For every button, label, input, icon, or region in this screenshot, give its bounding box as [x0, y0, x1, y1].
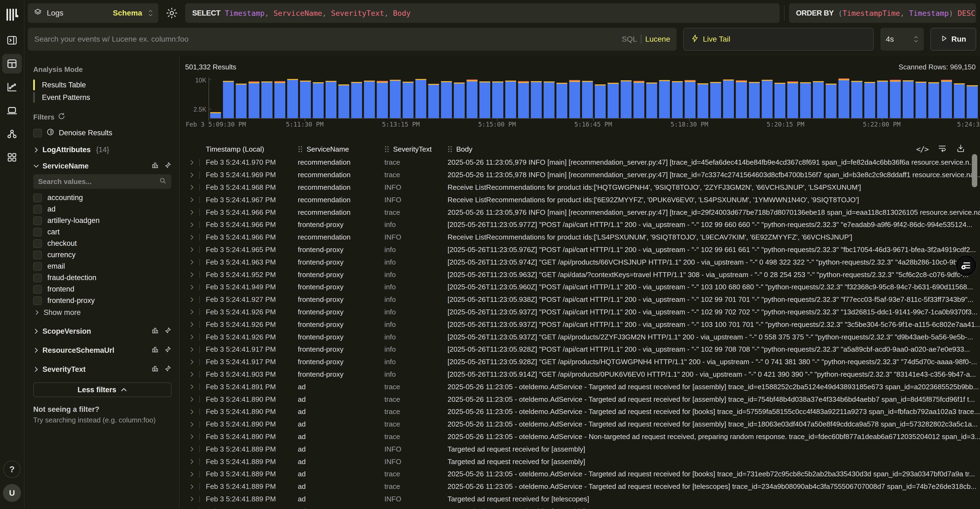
histogram-bar[interactable]	[864, 82, 875, 118]
histogram-bar[interactable]	[941, 80, 952, 118]
row-expand-chevron-icon[interactable]	[189, 234, 195, 240]
histogram-bar[interactable]	[723, 80, 734, 118]
table-row[interactable]: Feb 3 5:24:41.969 PM recommendation trac…	[185, 169, 980, 181]
table-row[interactable]: Feb 3 5:24:41.903 PM frontend-proxy info…	[185, 368, 980, 381]
histogram-bar[interactable]	[492, 81, 503, 118]
row-expand-chevron-icon[interactable]	[189, 284, 195, 290]
histogram-bar[interactable]	[838, 78, 850, 118]
row-expand-chevron-icon[interactable]	[189, 434, 195, 440]
histogram-bar[interactable]	[351, 82, 362, 118]
histogram-bar[interactable]	[338, 84, 349, 118]
pin-icon[interactable]	[164, 327, 172, 336]
row-expand-chevron-icon[interactable]	[189, 359, 195, 365]
row-expand-chevron-icon[interactable]	[189, 297, 195, 303]
histogram-bar[interactable]	[518, 81, 529, 118]
histogram-bar[interactable]	[685, 80, 695, 118]
table-row[interactable]: Feb 3 5:24:41.917 PM frontend-proxy info…	[185, 343, 980, 356]
service-filter-email[interactable]: email	[33, 261, 172, 272]
col-header-timestamp[interactable]: Timestamp (Local)	[206, 145, 298, 154]
table-view-nav-icon[interactable]	[2, 54, 22, 73]
table-row[interactable]: Feb 3 5:24:41.966 PM frontend-proxy info…	[185, 219, 980, 231]
histogram-bar[interactable]	[813, 81, 824, 118]
service-name-group-header[interactable]: ServiceName	[33, 160, 172, 172]
table-row[interactable]: Feb 3 5:24:41.889 PM ad trace 2025-05-26…	[185, 480, 980, 493]
histogram-bar[interactable]	[954, 83, 965, 118]
log-attributes-group[interactable]: LogAttributes {14}	[33, 146, 172, 154]
histogram-bar[interactable]	[531, 81, 542, 118]
histogram-bar[interactable]	[826, 84, 837, 118]
table-row[interactable]: Feb 3 5:24:41.926 PM frontend-proxy info…	[185, 331, 980, 343]
mini-chart-icon[interactable]	[151, 327, 159, 336]
sql-toggle[interactable]: SQL	[622, 35, 637, 43]
service-filter-ad[interactable]: ad	[33, 204, 172, 215]
row-expand-chevron-icon[interactable]	[189, 371, 195, 377]
wrap-text-icon[interactable]	[937, 144, 947, 155]
histogram-bar[interactable]	[582, 81, 593, 118]
table-row[interactable]: Feb 3 5:24:41.889 PM ad INFO Targeted ad…	[185, 493, 980, 506]
histogram-bar[interactable]	[877, 81, 888, 118]
row-expand-chevron-icon[interactable]	[189, 422, 195, 427]
pin-icon[interactable]	[164, 365, 172, 374]
histogram-bar[interactable]	[890, 80, 901, 118]
checkbox[interactable]	[33, 239, 42, 248]
table-row[interactable]: Feb 3 5:24:41.890 PM ad trace 2025-05-26…	[185, 393, 980, 406]
drag-handle-icon[interactable]	[447, 146, 452, 153]
histogram-bar[interactable]	[454, 83, 465, 118]
row-expand-chevron-icon[interactable]	[189, 396, 195, 402]
histogram-bar[interactable]	[415, 79, 426, 118]
service-filter-fraud-detection[interactable]: fraud-detection	[33, 272, 172, 283]
col-header-severitytext[interactable]: SeverityText	[384, 145, 447, 154]
histogram-bar[interactable]	[274, 81, 285, 118]
histogram-bar[interactable]	[236, 84, 247, 118]
histogram-bar[interactable]	[300, 81, 311, 118]
row-expand-chevron-icon[interactable]	[189, 334, 195, 340]
row-expand-chevron-icon[interactable]	[189, 247, 195, 253]
table-row[interactable]: Feb 3 5:24:41.889 PM ad INFO Targeted ad…	[185, 505, 980, 509]
orderby-editor[interactable]: ORDER BY (TimestampTime, Timestamp) DESC	[789, 3, 976, 23]
service-filter-accounting[interactable]: accounting	[33, 192, 172, 203]
histogram-bar[interactable]	[402, 82, 414, 118]
histogram-bar[interactable]	[479, 81, 490, 118]
table-row[interactable]: Feb 3 5:24:41.965 PM frontend-proxy info…	[185, 243, 980, 256]
analysis-mode-item-results-table[interactable]: Results Table	[33, 79, 172, 91]
table-row[interactable]: Feb 3 5:24:41.889 PM ad INFO Targeted ad…	[185, 443, 980, 455]
row-expand-chevron-icon[interactable]	[189, 496, 195, 502]
table-row[interactable]: Feb 3 5:24:41.963 PM frontend-proxy info…	[185, 256, 980, 268]
source-selector[interactable]: Logs Schema	[28, 3, 158, 23]
checkbox[interactable]	[33, 205, 42, 214]
histogram-bar[interactable]	[569, 80, 580, 118]
lucene-toggle[interactable]: Lucene	[645, 35, 670, 43]
code-icon[interactable]: </>	[916, 145, 928, 154]
table-row[interactable]: Feb 3 5:24:41.889 PM ad INFO Targeted ad…	[185, 455, 980, 468]
service-filter-currency[interactable]: currency	[33, 249, 172, 261]
table-row[interactable]: Feb 3 5:24:41.890 PM ad trace 2025-05-26…	[185, 431, 980, 443]
checkbox[interactable]	[33, 262, 42, 271]
vertical-scrollbar-thumb[interactable]	[972, 154, 977, 187]
table-row[interactable]: Feb 3 5:24:41.890 PM ad trace 2025-05-26…	[185, 406, 980, 418]
table-row[interactable]: Feb 3 5:24:41.926 PM frontend-proxy info…	[185, 306, 980, 318]
histogram-bar[interactable]	[326, 81, 336, 118]
histogram-bar[interactable]	[466, 80, 477, 118]
histogram-bar[interactable]	[800, 82, 811, 118]
row-expand-chevron-icon[interactable]	[189, 384, 195, 390]
show-more[interactable]: Show more	[33, 307, 172, 318]
service-filter-cart[interactable]: cart	[33, 226, 172, 238]
analysis-mode-item-event-patterns[interactable]: Event Patterns	[33, 91, 172, 104]
denoise-checkbox[interactable]	[33, 129, 42, 137]
histogram-bar[interactable]	[697, 83, 708, 118]
histogram-bar[interactable]	[851, 81, 862, 118]
row-expand-chevron-icon[interactable]	[189, 172, 195, 178]
table-row[interactable]: Feb 3 5:24:41.970 PM recommendation trac…	[185, 156, 980, 169]
histogram-bar[interactable]	[646, 83, 657, 118]
service-filter-frontend-proxy[interactable]: frontend-proxy	[33, 295, 172, 306]
row-expand-chevron-icon[interactable]	[189, 471, 195, 477]
pin-icon[interactable]	[164, 161, 172, 171]
col-header-servicename[interactable]: ServiceName	[298, 145, 384, 154]
histogram-bar[interactable]	[620, 80, 632, 118]
mini-chart-icon[interactable]	[151, 346, 159, 355]
interval-updown-chevrons-icon[interactable]	[913, 36, 918, 43]
histogram-bar[interactable]	[736, 80, 747, 118]
user-avatar[interactable]: U	[3, 484, 21, 502]
row-expand-chevron-icon[interactable]	[189, 459, 195, 464]
table-row[interactable]: Feb 3 5:24:41.917 PM frontend-proxy info…	[185, 356, 980, 368]
